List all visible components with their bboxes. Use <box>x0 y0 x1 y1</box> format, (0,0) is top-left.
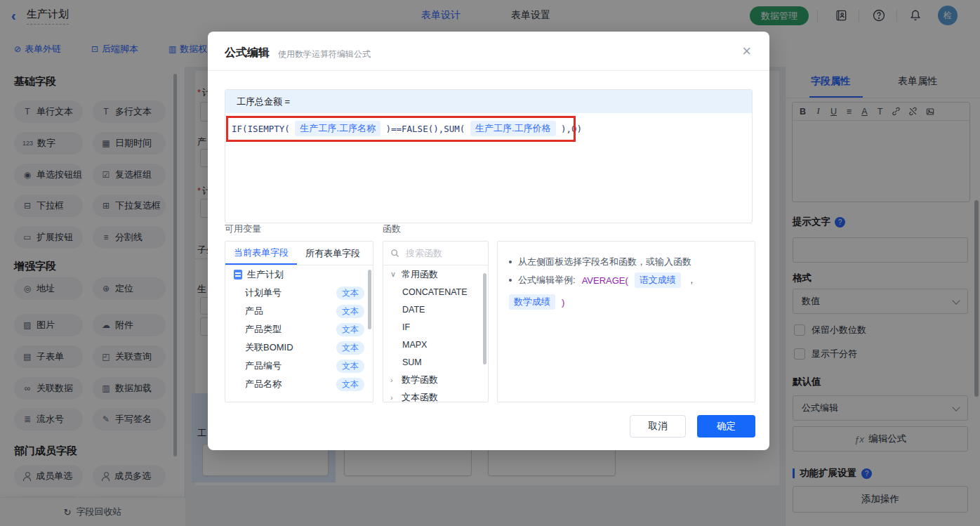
confirm-button[interactable]: 确定 <box>697 415 755 438</box>
function-item[interactable]: SUM <box>383 353 488 371</box>
chevron-right-icon: › <box>390 376 397 384</box>
bullet <box>509 279 512 282</box>
variable-row[interactable]: 产品类型文本 <box>225 320 373 338</box>
function-group-math[interactable]: › 数学函数 <box>383 371 488 388</box>
formula-code: ),0) <box>556 124 583 134</box>
functions-label: 函数 <box>383 223 401 235</box>
formula-code: IF(ISEMPTY( <box>232 124 295 134</box>
modal-subtitle: 使用数学运算符编辑公式 <box>278 48 371 60</box>
example-function: AVERAGE( <box>582 275 628 286</box>
hints-panel: 从左侧面板选择字段名和函数，或输入函数 公式编辑举例: AVERAGE( 语文成… <box>497 241 755 402</box>
type-badge: 文本 <box>336 287 364 300</box>
formula-target-bar: 工序总金额 = <box>225 90 752 113</box>
chevron-down-icon: ∨ <box>390 270 397 279</box>
formula-edit-modal: 公式编辑 使用数学运算符编辑公式 × 工序总金额 = IF(ISEMPTY( 生… <box>208 32 769 450</box>
variable-tree-root[interactable]: 生产计划 <box>225 265 373 284</box>
function-search[interactable] <box>383 242 488 265</box>
type-badge: 文本 <box>336 378 364 391</box>
function-item[interactable]: IF <box>383 318 488 336</box>
variables-panel: 当前表单字段 所有表单字段 生产计划 计划单号文本 产品文本 产品类型文本 关联… <box>225 241 373 402</box>
field-chip: 语文成绩 <box>635 272 681 288</box>
function-item[interactable]: MAPX <box>383 336 488 353</box>
variable-row[interactable]: 产品文本 <box>225 302 373 320</box>
tab-all-form-fields[interactable]: 所有表单字段 <box>297 242 369 265</box>
type-badge: 文本 <box>336 323 364 336</box>
field-chip: 数学成绩 <box>509 294 555 310</box>
functions-scrollbar[interactable] <box>483 273 486 364</box>
type-badge: 文本 <box>336 341 364 355</box>
modal-title: 公式编辑 <box>225 46 270 60</box>
hint-example-line: 公式编辑举例: AVERAGE( 语文成绩 ， 数学成绩 ) <box>509 272 743 310</box>
functions-panel: ∨ 常用函数 CONCATENATE DATE IF MAPX SUM › 数学… <box>383 241 489 402</box>
tab-current-form-fields[interactable]: 当前表单字段 <box>225 242 297 265</box>
variable-row[interactable]: 关联BOMID文本 <box>225 338 373 357</box>
formula-editor[interactable]: 工序总金额 = <box>225 89 753 223</box>
formula-code: )==FALSE(),SUM( <box>380 124 470 134</box>
chevron-right-icon: › <box>390 393 397 402</box>
variable-row[interactable]: 产品名称文本 <box>225 375 373 393</box>
close-icon[interactable]: × <box>742 42 751 60</box>
search-icon <box>390 249 399 258</box>
variable-row[interactable]: 产品编号文本 <box>225 357 373 375</box>
function-item[interactable]: CONCATENATE <box>383 283 488 301</box>
variable-row[interactable]: 计划单号文本 <box>225 284 373 302</box>
field-chip[interactable]: 生产工序.工序价格 <box>470 121 556 136</box>
variables-label: 可用变量 <box>225 223 261 235</box>
field-chip[interactable]: 生产工序.工序名称 <box>295 121 380 136</box>
function-search-input[interactable] <box>404 247 477 259</box>
variables-scrollbar[interactable] <box>368 270 371 329</box>
cancel-button[interactable]: 取消 <box>630 415 686 438</box>
bullet <box>509 261 512 263</box>
type-badge: 文本 <box>336 360 364 373</box>
type-badge: 文本 <box>336 305 364 318</box>
form-doc-icon <box>234 270 242 280</box>
divider <box>208 70 769 71</box>
function-item[interactable]: DATE <box>383 301 488 318</box>
function-group-common[interactable]: ∨ 常用函数 <box>383 265 488 283</box>
variables-tabs: 当前表单字段 所有表单字段 <box>225 242 373 265</box>
function-group-text[interactable]: › 文本函数 <box>383 388 488 406</box>
formula-expression[interactable]: IF(ISEMPTY( 生产工序.工序名称 )==FALSE(),SUM( 生产… <box>232 121 582 136</box>
app-root: ‹ 生产计划 表单设计 表单设置 数据管理 检 ⊘ 表单外链 <box>0 0 980 526</box>
hint-line: 从左侧面板选择字段名和函数，或输入函数 <box>509 251 743 272</box>
